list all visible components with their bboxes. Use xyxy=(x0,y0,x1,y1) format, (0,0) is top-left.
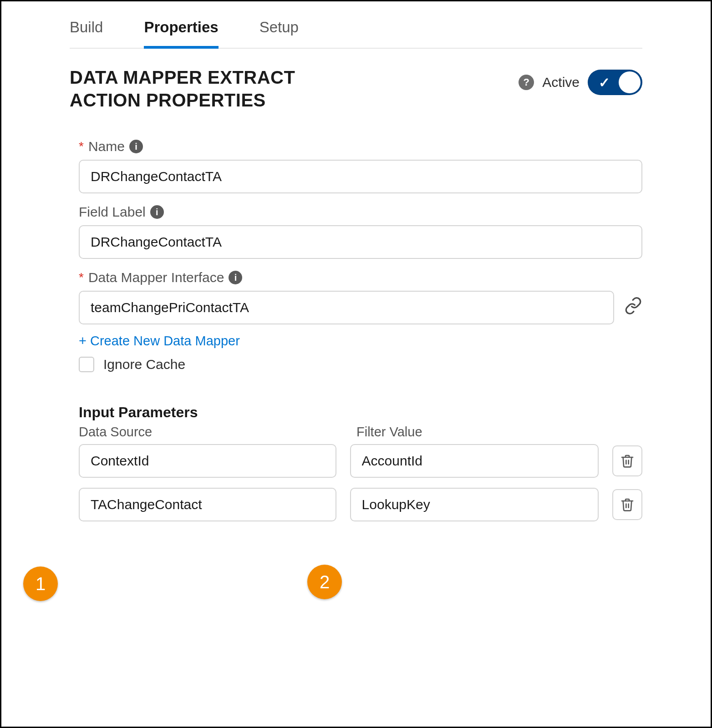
info-icon[interactable]: i xyxy=(150,205,164,219)
input-parameters-heading: Input Parameters xyxy=(79,404,642,421)
check-icon: ✓ xyxy=(599,75,610,91)
filter-value-input[interactable] xyxy=(350,444,599,478)
active-toggle[interactable]: ✓ xyxy=(588,70,642,95)
data-source-col-header: Data Source xyxy=(79,425,343,440)
data-source-input[interactable] xyxy=(79,488,336,521)
tab-setup[interactable]: Setup xyxy=(259,16,299,48)
trash-icon xyxy=(620,497,635,512)
data-source-input[interactable] xyxy=(79,444,336,478)
fieldlabel-label: Field Label xyxy=(79,204,146,220)
link-icon[interactable] xyxy=(624,297,642,319)
dm-interface-label: Data Mapper Interface xyxy=(88,270,224,285)
page-title: DATA MAPPER EXTRACT ACTION PROPERTIES xyxy=(70,66,361,111)
param-row xyxy=(79,488,642,521)
delete-row-button[interactable] xyxy=(612,445,642,476)
ignore-cache-label: Ignore Cache xyxy=(103,357,185,372)
delete-row-button[interactable] xyxy=(612,489,642,520)
fieldlabel-input[interactable] xyxy=(79,225,642,259)
required-marker: * xyxy=(79,270,84,285)
active-label: Active xyxy=(542,75,580,90)
toggle-knob xyxy=(619,71,641,93)
tab-build[interactable]: Build xyxy=(70,16,103,48)
dm-interface-input[interactable] xyxy=(79,291,614,324)
name-label: Name xyxy=(88,139,125,154)
callout-2: 2 xyxy=(307,565,342,599)
callout-1: 1 xyxy=(23,566,58,601)
create-new-data-mapper-link[interactable]: + Create New Data Mapper xyxy=(79,334,240,349)
trash-icon xyxy=(620,454,635,468)
tab-bar: Build Properties Setup xyxy=(70,15,642,49)
ignore-cache-checkbox[interactable] xyxy=(79,357,94,372)
filter-value-col-header: Filter Value xyxy=(356,425,611,440)
required-marker: * xyxy=(79,139,84,154)
name-input[interactable] xyxy=(79,160,642,193)
param-row xyxy=(79,444,642,478)
info-icon[interactable]: i xyxy=(129,140,143,153)
help-icon[interactable]: ? xyxy=(519,75,534,90)
tab-properties[interactable]: Properties xyxy=(144,16,218,49)
info-icon[interactable]: i xyxy=(229,271,242,284)
filter-value-input[interactable] xyxy=(350,488,599,521)
